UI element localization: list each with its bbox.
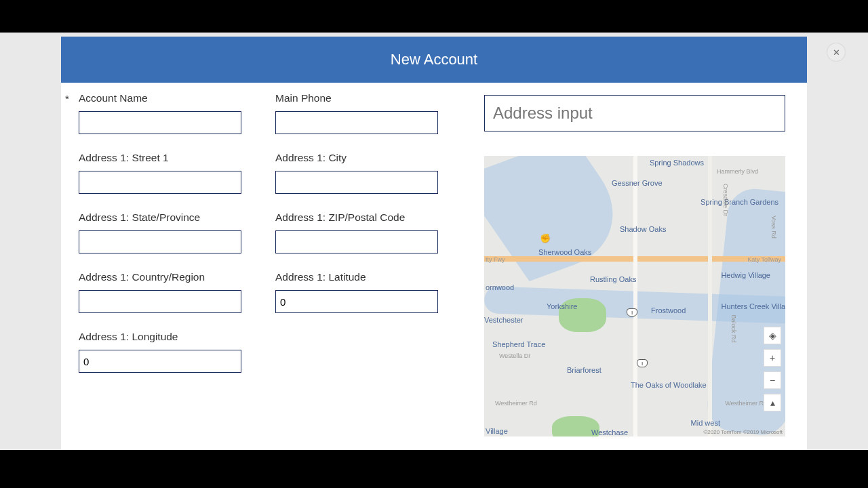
map-place-label: Hunters Creek Villa [721, 302, 785, 310]
route-shield-icon: I [637, 359, 648, 367]
map-place-label: The Oaks of Woodlake [631, 381, 707, 389]
map-background: I I Spring Shadows Gessner Grove Spring … [484, 156, 785, 436]
country-label: Address 1: Country/Region [79, 271, 205, 283]
plus-icon: + [770, 352, 775, 363]
latitude-label: Address 1: Latitude [275, 271, 366, 283]
state-label: Address 1: State/Province [79, 211, 200, 224]
address-search-input[interactable] [484, 95, 785, 131]
map-place-label: Westchase [591, 428, 628, 436]
map-place-label: Mid west [691, 419, 720, 427]
state-input[interactable] [79, 230, 241, 253]
map-road-label: Cresdale Dr [722, 184, 729, 216]
map-place-label: Hedwig Village [721, 271, 770, 279]
map-place-label: Sherwood Oaks [538, 248, 591, 256]
zip-input[interactable] [275, 230, 438, 253]
form-area: * Account Name Main Phone [65, 92, 472, 450]
modal-title: New Account [391, 51, 477, 68]
triangle-icon: ▴ [770, 397, 775, 408]
main-phone-label: Main Phone [275, 92, 332, 104]
new-account-modal: New Account ✕ * Account Name [61, 37, 807, 450]
city-label: Address 1: City [275, 152, 347, 164]
minus-icon: − [770, 375, 775, 386]
longitude-input[interactable] [79, 350, 241, 373]
map-attribution: ©2020 TomTom ©2019 Microsoft [703, 429, 783, 435]
map-place-label: Frostwood [651, 306, 686, 314]
map-place-label: Gessner Grove [612, 179, 663, 187]
modal-header: New Account [61, 37, 807, 83]
longitude-label: Address 1: Longitude [79, 331, 178, 343]
map-road-label: Westheimer R [725, 400, 764, 407]
main-phone-input[interactable] [275, 111, 438, 134]
map-place-label: Spring Branch Gardens [701, 198, 778, 206]
map-place-label: ornwood [486, 283, 514, 291]
modal-body: * Account Name Main Phone [61, 83, 807, 450]
locate-icon: ◈ [769, 330, 776, 341]
map-zoom-in-button[interactable]: + [764, 349, 781, 367]
grab-cursor-icon: ✊ [540, 233, 551, 243]
map-locate-button[interactable]: ◈ [764, 327, 781, 344]
map-panel: I I Spring Shadows Gessner Grove Spring … [472, 92, 803, 450]
map-place-label: Rustling Oaks [590, 275, 636, 283]
map-place-label: Vestchester [484, 316, 523, 324]
latitude-input[interactable] [275, 290, 438, 313]
map-zoom-out-button[interactable]: − [764, 371, 781, 389]
map-place-label: Shepherd Trace [492, 340, 545, 348]
street1-input[interactable] [79, 171, 241, 194]
account-name-label: Account Name [79, 92, 148, 104]
route-shield-icon: I [627, 308, 637, 317]
map-place-label: Village [486, 427, 508, 435]
map-road-label: Katy Tollway [747, 256, 781, 263]
map-tilt-button[interactable]: ▴ [764, 394, 781, 411]
map-road-label: Balock Rd [730, 314, 736, 342]
map-road-label: Hammerly Blvd [717, 168, 758, 175]
map-road-label: Westheimer Rd [495, 400, 537, 407]
map-place-label: Briarforest [567, 366, 601, 374]
map-road-label: Westella Dr [499, 352, 530, 359]
close-icon: ✕ [833, 47, 840, 58]
map-place-label: Shadow Oaks [620, 225, 666, 233]
map-place-label: Spring Shadows [650, 159, 704, 167]
letterbox-bottom [0, 450, 868, 488]
close-button[interactable]: ✕ [827, 43, 845, 61]
street1-label: Address 1: Street 1 [79, 152, 169, 164]
account-name-input[interactable] [79, 111, 241, 134]
map-road-label: tty Fwy [486, 256, 505, 263]
letterbox-top [0, 0, 868, 33]
city-input[interactable] [275, 171, 438, 194]
zip-label: Address 1: ZIP/Postal Code [275, 211, 405, 224]
country-input[interactable] [79, 290, 241, 313]
page-backdrop: New Account ✕ * Account Name [0, 33, 868, 450]
required-indicator: * [65, 92, 79, 104]
map-road-label: Voss Rd [770, 216, 777, 239]
map-place-label: Yorkshire [547, 302, 577, 310]
map-canvas[interactable]: I I Spring Shadows Gessner Grove Spring … [484, 156, 785, 436]
